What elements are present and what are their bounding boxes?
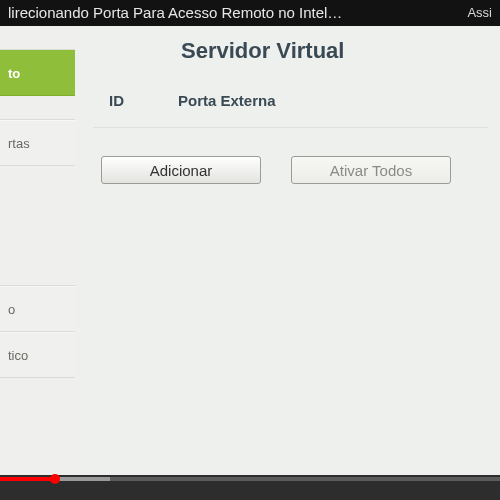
sidebar-spacer: [0, 96, 75, 120]
sidebar-item[interactable]: tico: [0, 332, 75, 378]
sidebar: to rtas o tico: [0, 26, 75, 475]
video-progress-bar[interactable]: [0, 475, 500, 500]
add-button[interactable]: Adicionar: [101, 156, 261, 184]
router-admin-page: to rtas o tico Servidor Virtual ID Porta…: [0, 26, 500, 475]
sidebar-item[interactable]: o: [0, 286, 75, 332]
enable-all-button[interactable]: Ativar Todos: [291, 156, 451, 184]
page-title: Servidor Virtual: [181, 38, 488, 64]
progress-played: [0, 477, 55, 481]
sidebar-item-active[interactable]: to: [0, 50, 75, 96]
sidebar-item-label: rtas: [8, 136, 30, 151]
sidebar-spacer: [0, 26, 75, 50]
video-title: lirecionando Porta Para Acesso Remoto no…: [8, 0, 342, 26]
video-title-bar: lirecionando Porta Para Acesso Remoto no…: [0, 0, 500, 26]
sidebar-item-label: o: [8, 302, 15, 317]
main-panel: Servidor Virtual ID Porta Externa Adicio…: [75, 26, 500, 475]
column-header-id: ID: [109, 92, 124, 109]
video-action-hint: Assi: [467, 0, 492, 26]
button-row: Adicionar Ativar Todos: [93, 156, 488, 184]
sidebar-item-label: tico: [8, 348, 28, 363]
progress-playhead-icon[interactable]: [50, 474, 60, 484]
table-header: ID Porta Externa: [93, 84, 488, 128]
sidebar-item[interactable]: rtas: [0, 120, 75, 166]
sidebar-gap: [0, 166, 75, 286]
column-header-external-port: Porta Externa: [178, 92, 276, 109]
sidebar-item-label: to: [8, 66, 20, 81]
